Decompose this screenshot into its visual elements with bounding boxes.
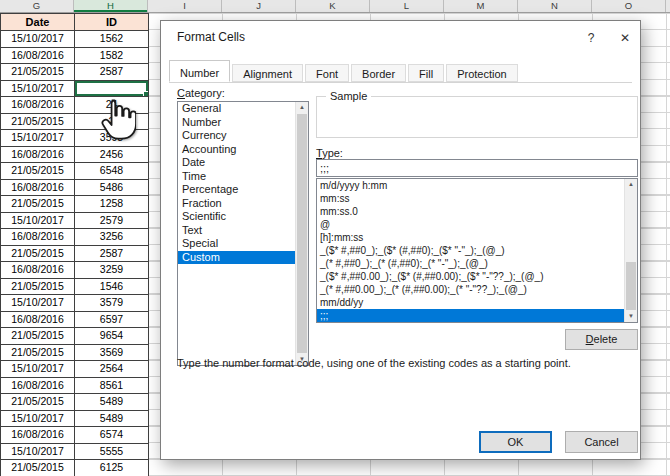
id-cell[interactable]: 3569 xyxy=(75,345,149,362)
date-cell[interactable]: 15/10/2017 xyxy=(1,444,75,461)
date-cell[interactable]: 21/05/2015 xyxy=(1,246,75,263)
ok-button[interactable]: OK xyxy=(479,431,552,453)
date-cell[interactable]: 16/08/2016 xyxy=(1,180,75,197)
id-cell[interactable]: 6574 xyxy=(75,427,149,444)
category-item-fraction[interactable]: Fraction xyxy=(178,197,308,211)
category-item-date[interactable]: Date xyxy=(178,156,308,170)
tab-border[interactable]: Border xyxy=(351,64,406,82)
date-cell[interactable]: 16/08/2016 xyxy=(1,97,75,114)
date-cell[interactable]: 21/05/2015 xyxy=(1,163,75,180)
id-cell[interactable]: 1562 xyxy=(75,31,149,48)
scroll-up-icon[interactable]: ▲ xyxy=(625,179,637,190)
date-cell[interactable]: 15/10/2017 xyxy=(1,361,75,378)
date-cell[interactable]: 15/10/2017 xyxy=(1,411,75,428)
date-cell[interactable]: 21/05/2015 xyxy=(1,279,75,296)
date-cell[interactable]: 15/10/2017 xyxy=(1,213,75,230)
date-cell[interactable]: 15/10/2017 xyxy=(1,81,75,98)
date-cell[interactable]: 15/10/2017 xyxy=(1,295,75,312)
date-cell[interactable]: 21/05/2015 xyxy=(1,64,75,81)
id-cell[interactable]: 5489 xyxy=(75,411,149,428)
id-cell[interactable]: 2587 xyxy=(75,246,149,263)
category-item-percentage[interactable]: Percentage xyxy=(178,183,308,197)
format-code-item[interactable]: [h]:mm:ss xyxy=(317,231,637,244)
date-cell[interactable]: 16/08/2016 xyxy=(1,378,75,395)
tab-fill[interactable]: Fill xyxy=(408,64,444,82)
id-header-cell[interactable]: ID xyxy=(75,13,149,31)
tab-number[interactable]: Number xyxy=(169,60,230,82)
date-cell[interactable]: 16/08/2016 xyxy=(1,48,75,65)
id-cell[interactable]: 5489 xyxy=(75,394,149,411)
format-code-item[interactable]: mm/dd/yy xyxy=(317,296,637,309)
tab-protection[interactable]: Protection xyxy=(446,64,518,82)
date-cell[interactable]: 16/08/2016 xyxy=(1,229,75,246)
help-icon[interactable]: ? xyxy=(582,29,600,47)
category-item-scientific[interactable]: Scientific xyxy=(178,210,308,224)
id-cell[interactable]: 1546 xyxy=(75,279,149,296)
id-cell[interactable] xyxy=(75,81,149,98)
id-cell[interactable]: 1582 xyxy=(75,48,149,65)
type-input[interactable] xyxy=(316,159,638,177)
id-cell[interactable]: 5486 xyxy=(75,180,149,197)
id-cell[interactable]: 3259 xyxy=(75,262,149,279)
date-cell[interactable]: 16/08/2016 xyxy=(1,147,75,164)
scroll-up-icon[interactable]: ▲ xyxy=(296,102,308,113)
date-cell[interactable]: 21/05/2015 xyxy=(1,328,75,345)
id-cell[interactable]: 3256 xyxy=(75,229,149,246)
format-code-item[interactable]: _($* #,##0_);_($* (#,##0);_($* "-"_);_(@… xyxy=(317,244,637,257)
id-cell[interactable]: 2456 xyxy=(75,147,149,164)
date-cell[interactable]: 16/08/2016 xyxy=(1,427,75,444)
cancel-button[interactable]: Cancel xyxy=(565,431,638,453)
id-cell[interactable]: 6125 xyxy=(75,460,149,476)
category-item-time[interactable]: Time xyxy=(178,170,308,184)
id-cell[interactable]: 5555 xyxy=(75,444,149,461)
id-cell[interactable]: 3579 xyxy=(75,295,149,312)
date-cell[interactable]: 21/05/2015 xyxy=(1,394,75,411)
date-cell[interactable]: 21/05/2015 xyxy=(1,196,75,213)
format-code-item[interactable]: _(* #,##0.00_);_(* (#,##0.00);_(* "-"??_… xyxy=(317,283,637,296)
format-code-item[interactable]: m/d/yyyy h:mm xyxy=(317,179,637,192)
id-cell[interactable]: 2579 xyxy=(75,213,149,230)
column-header-n[interactable]: N xyxy=(518,0,592,12)
scroll-thumb[interactable] xyxy=(297,114,307,353)
id-cell[interactable]: 6548 xyxy=(75,163,149,180)
date-cell[interactable]: 21/05/2015 xyxy=(1,114,75,131)
category-item-number[interactable]: Number xyxy=(178,116,308,130)
date-cell[interactable]: 21/05/2015 xyxy=(1,345,75,362)
format-code-item[interactable]: @ xyxy=(317,218,637,231)
scroll-thumb[interactable] xyxy=(626,262,636,310)
close-icon[interactable]: ✕ xyxy=(614,29,636,47)
category-item-text[interactable]: Text xyxy=(178,224,308,238)
date-cell[interactable]: 15/10/2017 xyxy=(1,31,75,48)
id-cell[interactable]: 2564 xyxy=(75,361,149,378)
id-cell[interactable]: 9654 xyxy=(75,328,149,345)
format-code-item[interactable]: _(* #,##0_);_(* (#,##0);_(* "-"_);_(@_) xyxy=(317,257,637,270)
date-cell[interactable]: 21/05/2015 xyxy=(1,460,75,476)
category-item-custom[interactable]: Custom xyxy=(178,251,308,265)
format-code-item[interactable]: ;;; xyxy=(317,309,637,322)
category-item-general[interactable]: General xyxy=(178,102,308,116)
column-header-o[interactable]: O xyxy=(592,0,666,12)
column-header-m[interactable]: M xyxy=(444,0,518,12)
format-scrollbar[interactable]: ▲ ▼ xyxy=(624,179,637,322)
category-scrollbar[interactable]: ▲ ▼ xyxy=(295,102,308,365)
column-header-l[interactable]: L xyxy=(370,0,444,12)
tab-font[interactable]: Font xyxy=(305,64,349,82)
column-header-h[interactable]: H xyxy=(74,0,148,12)
format-code-item[interactable]: mm:ss.0 xyxy=(317,205,637,218)
column-header-g[interactable]: G xyxy=(0,0,74,12)
scroll-down-icon[interactable]: ▼ xyxy=(625,311,637,322)
delete-button[interactable]: Delete xyxy=(565,329,638,350)
tab-alignment[interactable]: Alignment xyxy=(232,64,303,82)
id-cell[interactable]: 8561 xyxy=(75,378,149,395)
id-cell[interactable]: 2587 xyxy=(75,64,149,81)
date-cell[interactable]: 16/08/2016 xyxy=(1,262,75,279)
date-cell[interactable]: 16/08/2016 xyxy=(1,312,75,329)
category-item-special[interactable]: Special xyxy=(178,237,308,251)
date-cell[interactable]: 15/10/2017 xyxy=(1,130,75,147)
category-item-accounting[interactable]: Accounting xyxy=(178,143,308,157)
format-code-item[interactable]: _($* #,##0.00_);_($* (#,##0.00);_($* "-"… xyxy=(317,270,637,283)
column-header-i[interactable]: I xyxy=(148,0,222,12)
column-header-j[interactable]: J xyxy=(222,0,296,12)
category-item-currency[interactable]: Currency xyxy=(178,129,308,143)
format-code-item[interactable]: mm:ss xyxy=(317,192,637,205)
